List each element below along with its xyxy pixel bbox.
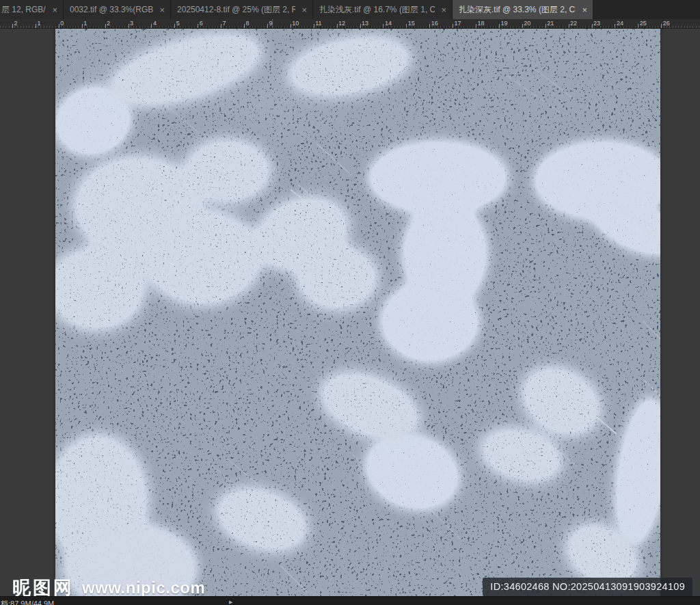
- ruler-tick-label: 19: [500, 20, 507, 27]
- document-tab[interactable]: 0032.tif @ 33.3%(RGB/8)×: [64, 0, 171, 19]
- ruler-tick-label: 23: [593, 20, 600, 27]
- status-bar: 档:87.9M/44.9M ▶: [0, 596, 700, 605]
- close-icon[interactable]: ×: [301, 5, 307, 14]
- document-tab[interactable]: 层 12, RGB/8#) *×: [0, 0, 64, 19]
- horizontal-ruler[interactable]: 2101234567891011121314151617181920212223…: [0, 19, 700, 29]
- ruler-tick: [406, 24, 407, 28]
- ruler-tick-label: 10: [292, 20, 299, 27]
- ruler-tick-label: 25: [640, 20, 647, 27]
- ruler-tick-label: 7: [223, 20, 226, 27]
- tab-label: 扎染深灰.tif @ 33.3% (图层 2, CMYK/8) *: [459, 4, 576, 16]
- ruler-tick: [129, 24, 129, 28]
- ruler-tick: [522, 24, 523, 28]
- ruler-tick-label: 11: [315, 20, 321, 27]
- ruler-tick-label: 1: [37, 20, 40, 27]
- stock-id-badge: ID:34602468 NO:20250413091903924109: [483, 578, 692, 596]
- ruler-tick-label: 16: [431, 20, 438, 27]
- document-canvas[interactable]: [55, 29, 660, 596]
- ruler-tick: [291, 24, 291, 28]
- ruler-tick-label: 4: [153, 20, 157, 27]
- ruler-tick-label: 6: [200, 20, 203, 27]
- document-tab[interactable]: 扎染深灰.tif @ 33.3% (图层 2, CMYK/8) *×: [453, 0, 593, 19]
- ruler-tick-label: 21: [547, 20, 554, 27]
- ruler-tick-label: 13: [362, 20, 368, 27]
- ruler-tick-label: 14: [385, 20, 392, 27]
- tab-label: 20250412-8.tif @ 25% (图层 2, RGB/8): [177, 4, 295, 16]
- watermark-url: www.nipic.com: [82, 578, 205, 597]
- ruler-tick: [244, 24, 245, 28]
- tab-label: 0032.tif @ 33.3%(RGB/8): [70, 5, 153, 14]
- ruler-tick-label: 18: [478, 20, 485, 27]
- tab-label: 扎染浅灰.tif @ 16.7% (图层 1, CMYK/8): [319, 4, 435, 16]
- document-tab-bar: 层 12, RGB/8#) *×0032.tif @ 33.3%(RGB/8)×…: [0, 0, 700, 19]
- ruler-tick: [221, 24, 221, 28]
- pasteboard: 昵图网 www.nipic.com ID:34602468 NO:2025041…: [0, 29, 700, 596]
- ruler-tick: [383, 24, 383, 28]
- ruler-tick: [615, 24, 615, 28]
- ruler-tick: [82, 24, 83, 28]
- ruler-tick-label: 2: [107, 20, 110, 27]
- ruler-tick: [12, 24, 13, 28]
- ruler-tick: [546, 24, 546, 28]
- ruler-tick-label: 3: [130, 20, 133, 27]
- ruler-tick-label: 22: [570, 20, 577, 27]
- ruler-tick: [499, 24, 500, 28]
- ruler-tick-label: 9: [269, 20, 272, 27]
- ruler-tick: [59, 24, 59, 28]
- ruler-tick: [360, 24, 361, 28]
- ruler-tick-label: 8: [246, 20, 250, 27]
- ruler-tick: [174, 24, 175, 28]
- ruler-tick: [592, 24, 593, 28]
- close-icon[interactable]: ×: [582, 5, 587, 14]
- ruler-tick-label: 17: [455, 20, 461, 27]
- tie-dye-texture: [55, 29, 660, 596]
- ruler-tick-label: 20: [524, 20, 530, 27]
- ruler-tick: [198, 24, 198, 28]
- ruler-tick-label: 24: [617, 20, 623, 27]
- ruler-tick: [337, 24, 338, 28]
- ruler-tick: [105, 24, 106, 28]
- close-icon[interactable]: ×: [441, 5, 446, 14]
- ruler-tick: [314, 24, 314, 28]
- close-icon[interactable]: ×: [52, 5, 57, 14]
- ruler-tick: [151, 24, 152, 28]
- close-icon[interactable]: ×: [159, 5, 165, 14]
- ruler-tick: [569, 24, 569, 28]
- document-tab[interactable]: 20250412-8.tif @ 25% (图层 2, RGB/8)×: [171, 0, 313, 19]
- ruler-tick: [267, 24, 268, 28]
- ruler-tick: [476, 24, 476, 28]
- ruler-tick: [638, 24, 638, 28]
- ruler-tick-label: 0: [60, 20, 64, 27]
- ruler-tick-label: 15: [408, 20, 415, 27]
- ruler-tick: [661, 24, 662, 28]
- document-tab[interactable]: 扎染浅灰.tif @ 16.7% (图层 1, CMYK/8)×: [313, 0, 453, 19]
- ruler-tick-label: 2: [14, 20, 18, 27]
- ruler-tick: [429, 24, 430, 28]
- ruler-tick: [453, 24, 453, 28]
- tab-label: 层 12, RGB/8#) *: [1, 4, 46, 16]
- status-document-size: 档:87.9M/44.9M: [1, 599, 54, 605]
- speckle-sparse-layer: [55, 29, 660, 596]
- photoshop-window: 层 12, RGB/8#) *×0032.tif @ 33.3%(RGB/8)×…: [0, 0, 700, 605]
- ruler-tick-label: 1: [83, 20, 87, 27]
- ruler-tick: [36, 24, 36, 28]
- ruler-tick-label: 5: [176, 20, 180, 27]
- status-expand-arrow[interactable]: ▶: [229, 600, 232, 605]
- ruler-tick-label: 12: [338, 20, 345, 27]
- ruler-tick-label: 26: [663, 20, 670, 27]
